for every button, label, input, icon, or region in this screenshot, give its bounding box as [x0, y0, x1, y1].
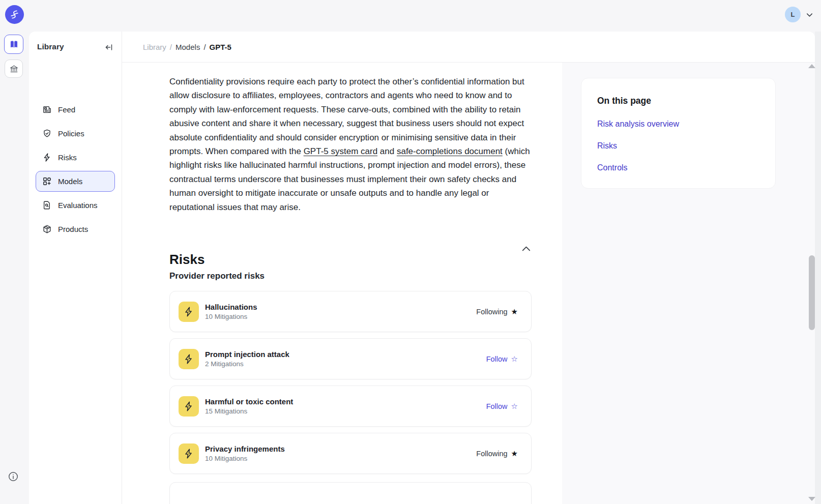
toc-link-risks[interactable]: Risks: [597, 141, 759, 151]
risk-bolt-icon: [179, 302, 199, 322]
models-grid-icon: [42, 176, 52, 186]
sidebar-item-label: Models: [58, 177, 82, 186]
app-logo[interactable]: [5, 5, 24, 24]
sidebar-item-risks[interactable]: Risks: [36, 147, 115, 168]
risk-bolt-icon: [179, 443, 199, 464]
sidebar-item-label: Products: [58, 225, 88, 233]
risk-bolt-icon: [179, 349, 199, 369]
following-button[interactable]: Following ★: [476, 307, 518, 316]
sidebar: Library Feed: [29, 32, 122, 504]
scrollbar-track[interactable]: [815, 32, 821, 504]
on-this-page-panel: On this page Risk analysis overview Risk…: [581, 78, 776, 189]
risk-card-prompt-injection[interactable]: Prompt injection attack 2 Mitigations Fo…: [169, 338, 532, 379]
on-this-page-title: On this page: [597, 96, 759, 106]
follow-label: Following: [476, 450, 507, 458]
breadcrumb-current: GPT-5: [210, 43, 231, 51]
risk-card-hallucinations[interactable]: Hallucinations 10 Mitigations Following …: [169, 291, 532, 332]
paragraph-text: Confidentiality provisions require each …: [169, 77, 524, 156]
toc-link-risk-analysis-overview[interactable]: Risk analysis overview: [597, 120, 759, 129]
sidebar-item-policies[interactable]: Policies: [36, 123, 115, 144]
risk-mitigations-count: 15 Mitigations: [205, 407, 293, 415]
provider-reported-risks-title: Provider reported risks: [169, 271, 265, 281]
risk-mitigations-count: 2 Mitigations: [205, 360, 289, 368]
package-icon: [42, 224, 52, 234]
risk-mitigations-count: 10 Mitigations: [205, 455, 285, 462]
breadcrumb-separator: /: [200, 43, 209, 51]
sidebar-title: Library: [37, 42, 64, 51]
sidebar-item-feed[interactable]: Feed: [36, 99, 115, 120]
toc-link-controls[interactable]: Controls: [597, 163, 759, 172]
sidebar-item-products[interactable]: Products: [36, 219, 115, 240]
breadcrumb-separator: /: [166, 43, 175, 51]
confidentiality-paragraph: Confidentiality provisions require each …: [169, 75, 533, 214]
star-filled-icon: ★: [511, 307, 518, 316]
paragraph-text: (which highlight risks like hallucinated…: [169, 146, 530, 212]
sidebar-item-models[interactable]: Models: [36, 171, 115, 192]
sidebar-item-label: Feed: [58, 105, 75, 114]
follow-label: Follow: [486, 402, 508, 410]
risk-mitigations-count: 10 Mitigations: [205, 313, 257, 320]
follow-label: Following: [476, 308, 507, 316]
shield-check-icon: [42, 129, 52, 138]
article-column: Confidentiality provisions require each …: [122, 63, 562, 504]
sidebar-item-evaluations[interactable]: Evaluations: [36, 195, 115, 216]
scrollbar-thumb[interactable]: [809, 255, 815, 330]
user-avatar[interactable]: L: [785, 7, 801, 22]
bolt-icon: [42, 153, 52, 162]
risks-collapse-chevron-up-icon[interactable]: [520, 243, 533, 255]
sidebar-item-label: Risks: [58, 153, 77, 162]
risk-bolt-icon: [179, 396, 199, 417]
main-header: Library/Models/GPT-5: [122, 32, 815, 63]
star-outline-icon: ☆: [511, 402, 518, 411]
breadcrumb-models[interactable]: Models: [175, 43, 200, 51]
risk-card-partial[interactable]: [169, 482, 532, 504]
gpt5-system-card-link[interactable]: GPT-5 system card: [304, 146, 377, 156]
risk-card-privacy-infringements[interactable]: Privacy infringements 10 Mitigations Fol…: [169, 433, 532, 474]
sidebar-item-label: Policies: [58, 129, 84, 138]
sidebar-collapse-icon[interactable]: [104, 43, 113, 52]
doc-search-icon: [42, 200, 52, 210]
safe-completions-document-link[interactable]: safe-completions document: [397, 146, 503, 156]
avatar-letter: L: [791, 11, 795, 18]
star-filled-icon: ★: [511, 449, 518, 458]
following-button[interactable]: Following ★: [476, 449, 518, 458]
app-logo-icon: [9, 9, 20, 20]
book-icon: [9, 39, 19, 50]
risk-title: Hallucinations: [205, 303, 257, 311]
risk-title: Privacy infringements: [205, 444, 285, 453]
bank-icon: [9, 64, 19, 74]
follow-label: Follow: [486, 355, 508, 363]
breadcrumb: Library/Models/GPT-5: [143, 43, 231, 51]
follow-button[interactable]: Follow ☆: [486, 402, 518, 411]
star-outline-icon: ☆: [511, 354, 518, 364]
account-menu-chevron-down-icon[interactable]: [805, 11, 814, 21]
paragraph-text: and: [377, 146, 397, 156]
sidebar-item-label: Evaluations: [58, 201, 98, 210]
follow-button[interactable]: Follow ☆: [486, 354, 518, 364]
info-icon[interactable]: [8, 471, 19, 482]
risk-title: Prompt injection attack: [205, 350, 289, 359]
rail-organization-button[interactable]: [5, 60, 23, 78]
scroll-up-arrow[interactable]: [808, 64, 815, 68]
rail-library-button[interactable]: [4, 35, 23, 54]
sidebar-nav: Feed Policies Risks: [36, 99, 115, 243]
breadcrumb-library[interactable]: Library: [143, 43, 166, 51]
scroll-down-arrow[interactable]: [808, 497, 815, 501]
feed-icon: [42, 105, 52, 114]
risk-card-harmful-content[interactable]: Harmful or toxic content 15 Mitigations …: [169, 386, 532, 427]
risks-section-title: Risks: [169, 252, 204, 268]
risk-title: Harmful or toxic content: [205, 397, 293, 406]
